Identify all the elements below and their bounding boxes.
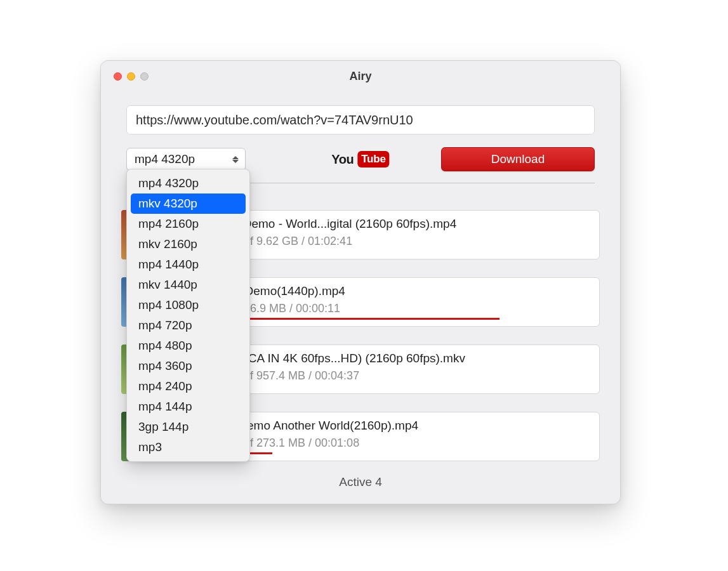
format-option[interactable]: mkv 4320p [131, 194, 246, 214]
footer-status: Active 4 [121, 469, 600, 489]
download-status: MB of 76.9 MB / 00:00:11 [211, 302, 589, 315]
download-info[interactable]: y 4K Demo Another World(2160p).mp4 .4 MB… [200, 412, 600, 461]
download-info[interactable]: STA RICA IN 4K 60fps...HD) (2160p 60fps)… [200, 345, 600, 394]
stepper-icon [232, 156, 239, 163]
format-select-value: mp4 4320p [135, 152, 195, 166]
youtube-logo-tube: Tube [357, 151, 390, 167]
download-status: .4 MB of 273.1 MB / 00:01:08 [211, 436, 589, 450]
format-option[interactable]: mp4 480p [131, 336, 246, 356]
progress-bar [201, 452, 599, 454]
format-option[interactable]: mp4 144p [131, 397, 246, 417]
youtube-logo: You Tube [331, 151, 389, 167]
download-status: .1 MB of 957.4 MB / 00:04:37 [211, 369, 589, 383]
file-name: y 4K Demo Another World(2160p).mp4 [211, 419, 589, 433]
format-dropdown[interactable]: mp4 4320p mkv 4320p mp4 2160p mkv 2160p … [126, 169, 250, 462]
download-info[interactable]: Video Demo(1440p).mp4 MB of 76.9 MB / 00… [200, 277, 600, 327]
progress-bar [201, 318, 599, 320]
format-option[interactable]: mp4 240p [131, 376, 246, 397]
url-input[interactable] [126, 105, 595, 135]
format-option[interactable]: mkv 2160p [131, 234, 246, 254]
format-option[interactable]: mp4 2160p [131, 214, 246, 234]
app-window: Airy mp4 4320p You Tube Download [100, 60, 621, 504]
format-option[interactable]: mp4 1080p [131, 295, 246, 315]
youtube-logo-you: You [331, 152, 354, 167]
download-button-label: Download [491, 152, 545, 166]
format-option[interactable]: mp4 4320p [131, 173, 246, 194]
format-option[interactable]: mp3 [131, 437, 246, 457]
download-status: .5 MB of 9.62 GB / 01:02:41 [211, 235, 589, 248]
format-option[interactable]: 3gp 144p [131, 417, 246, 437]
app-title: Airy [101, 70, 620, 83]
file-name: rp 4K Demo - World...igital (2160p 60fps… [211, 217, 589, 231]
format-option[interactable]: mp4 720p [131, 315, 246, 336]
format-select[interactable]: mp4 4320p [126, 148, 246, 171]
title-bar: Airy [101, 61, 620, 91]
download-info[interactable]: rp 4K Demo - World...igital (2160p 60fps… [200, 210, 600, 259]
format-option[interactable]: mp4 360p [131, 356, 246, 376]
active-count-label: Active 4 [339, 475, 382, 489]
format-option[interactable]: mp4 1440p [131, 254, 246, 275]
file-name: Video Demo(1440p).mp4 [211, 284, 589, 298]
format-option[interactable]: mkv 1440p [131, 275, 246, 295]
download-button[interactable]: Download [441, 147, 595, 171]
file-name: STA RICA IN 4K 60fps...HD) (2160p 60fps)… [211, 351, 589, 365]
